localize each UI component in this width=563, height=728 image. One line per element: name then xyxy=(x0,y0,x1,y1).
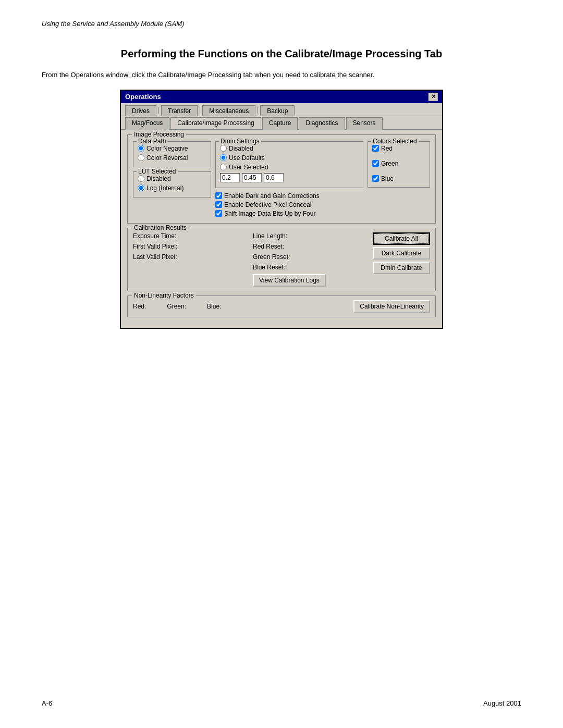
non-linearity-row: Red: Green: Blue: Calibrate Non-Linearit… xyxy=(133,300,430,313)
last-valid-pixel-field: Last Valid Pixel: xyxy=(133,253,249,261)
calibration-results-label: Calibration Results xyxy=(132,224,189,231)
dmin-settings-label: Dmin Settings xyxy=(219,138,261,145)
non-linearity-group: Non-Linearity Factors Red: Green: Blue: … xyxy=(127,295,436,317)
tab-mag-focus[interactable]: Mag/Focus xyxy=(125,117,169,130)
shift-image-data-checkbox[interactable] xyxy=(215,210,222,217)
calibration-results-content: Exposure Time: First Valid Pixel: Last V… xyxy=(133,232,430,287)
tabs-row-bottom: Mag/Focus Calibrate/Image Processing Cap… xyxy=(121,116,442,130)
exposure-time-field: Exposure Time: xyxy=(133,232,249,240)
tab-calibrate-image-processing[interactable]: Calibrate/Image Processing xyxy=(170,117,261,129)
tab-sensors[interactable]: Sensors xyxy=(346,117,383,130)
dmin-values-row xyxy=(220,173,359,182)
dmin-user-row: User Selected xyxy=(220,164,359,171)
lut-log-text: Log (Internal) xyxy=(146,184,183,192)
tab-transfer[interactable]: Transfer xyxy=(161,105,198,116)
colors-column: Colors Selected Red Green xyxy=(368,139,430,219)
dmin-disabled-text: Disabled xyxy=(229,145,253,152)
dmin-defaults-text: Use Defaults xyxy=(229,154,265,162)
tabs-row-top: Drives Transfer Miscellaneous Backup xyxy=(121,103,442,116)
line-length-field: Line Length: xyxy=(253,232,369,240)
page-header: Using the Service and Assembly Module (S… xyxy=(42,20,184,28)
dmin-value-1[interactable] xyxy=(220,173,240,182)
shift-image-data-row: Shift Image Data Bits Up by Four xyxy=(215,210,363,217)
color-negative-text: Color Negative xyxy=(146,145,188,152)
color-reversal-row: Color Reversal xyxy=(138,154,206,162)
enable-dark-gain-checkbox[interactable] xyxy=(215,192,222,199)
close-button[interactable]: ✕ xyxy=(429,93,438,101)
page-number: A-6 xyxy=(42,699,52,707)
lut-log-row: Log (Internal) xyxy=(138,184,206,192)
blue-reset-field: Blue Reset: xyxy=(253,264,369,271)
nonlin-red-label: Red: xyxy=(133,303,146,310)
dark-calibrate-button[interactable]: Dark Calibrate xyxy=(373,247,430,260)
color-green-checkbox[interactable] xyxy=(372,160,379,167)
calibrate-all-button[interactable]: Calibrate All xyxy=(373,232,430,245)
dmin-value-2[interactable] xyxy=(242,173,262,182)
dialog-titlebar: Operations ✕ xyxy=(121,91,442,103)
image-processing-label: Image Processing xyxy=(132,131,186,138)
lut-disabled-radio[interactable] xyxy=(138,175,144,182)
view-calibration-logs-button[interactable]: View Calibration Logs xyxy=(253,274,326,287)
dmin-user-radio[interactable] xyxy=(220,164,227,170)
tab-diagnostics[interactable]: Diagnostics xyxy=(299,117,345,130)
nonlin-blue-label: Blue: xyxy=(207,303,221,310)
dmin-value-3[interactable] xyxy=(264,173,284,182)
red-reset-field: Red Reset: xyxy=(253,243,369,250)
main-content: Performing the Functions on the Calibrat… xyxy=(42,47,521,329)
color-red-checkbox[interactable] xyxy=(372,145,379,152)
dmin-user-text: User Selected xyxy=(229,164,268,171)
intro-text: From the Operations window, click the Ca… xyxy=(42,70,521,80)
data-path-lut-column: Data Path Color Negative Color Reversal xyxy=(133,139,211,219)
lut-log-radio[interactable] xyxy=(138,184,144,191)
data-path-label: Data Path xyxy=(137,138,167,145)
green-reset-field: Green Reset: xyxy=(253,253,369,261)
lut-selected-label: LUT Selected xyxy=(137,168,178,175)
tab-miscellaneous[interactable]: Miscellaneous xyxy=(202,105,255,116)
dmin-disabled-row: Disabled xyxy=(220,145,359,152)
dialog-title: Operations xyxy=(125,93,161,101)
dmin-disabled-radio[interactable] xyxy=(220,145,227,152)
dmin-column: Dmin Settings Disabled Use Defaults xyxy=(215,139,363,219)
image-processing-row: Data Path Color Negative Color Reversal xyxy=(133,139,430,219)
color-negative-row: Color Negative xyxy=(138,145,206,152)
calibration-buttons: Calibrate All Dark Calibrate Dmin Calibr… xyxy=(373,232,430,287)
non-linearity-labels: Red: Green: Blue: xyxy=(133,303,221,310)
color-green-row: Green xyxy=(372,160,425,167)
non-linearity-label: Non-Linearity Factors xyxy=(132,292,196,299)
enable-dark-gain-row: Enable Dark and Gain Corrections xyxy=(215,192,363,200)
enable-defective-pixel-checkbox[interactable] xyxy=(215,201,222,208)
dmin-settings-group: Dmin Settings Disabled Use Defaults xyxy=(215,141,363,188)
color-green-text: Green xyxy=(381,160,398,167)
color-reversal-radio[interactable] xyxy=(138,154,144,161)
calibrate-non-linearity-button[interactable]: Calibrate Non-Linearity xyxy=(353,300,430,313)
colors-selected-label: Colors Selected xyxy=(371,138,419,145)
checkboxes-section: Enable Dark and Gain Corrections Enable … xyxy=(215,192,363,217)
nonlin-green-label: Green: xyxy=(167,303,186,310)
dmin-defaults-radio[interactable] xyxy=(220,154,227,161)
enable-defective-pixel-text: Enable Defective Pixel Conceal xyxy=(224,201,311,208)
color-reversal-text: Color Reversal xyxy=(146,154,188,162)
image-processing-group: Image Processing Data Path Color Negativ… xyxy=(127,134,436,224)
enable-dark-gain-text: Enable Dark and Gain Corrections xyxy=(224,192,320,200)
calibration-mid-fields: Line Length: Red Reset: Green Reset: Blu… xyxy=(253,232,369,287)
dmin-calibrate-button[interactable]: Dmin Calibrate xyxy=(373,262,430,274)
color-negative-radio[interactable] xyxy=(138,145,144,152)
enable-defective-pixel-row: Enable Defective Pixel Conceal xyxy=(215,201,363,208)
lut-selected-group: LUT Selected Disabled Log (Internal) xyxy=(133,171,211,198)
color-blue-text: Blue xyxy=(381,175,394,182)
color-blue-row: Blue xyxy=(372,175,425,182)
operations-dialog: Operations ✕ Drives Transfer Miscellaneo… xyxy=(120,90,443,329)
dmin-defaults-row: Use Defaults xyxy=(220,154,359,162)
lut-disabled-text: Disabled xyxy=(146,175,171,182)
shift-image-data-text: Shift Image Data Bits Up by Four xyxy=(224,210,315,217)
tab-backup[interactable]: Backup xyxy=(260,105,295,116)
color-red-text: Red xyxy=(381,145,393,152)
calibration-left-fields: Exposure Time: First Valid Pixel: Last V… xyxy=(133,232,249,287)
color-blue-checkbox[interactable] xyxy=(372,175,379,182)
tab-capture[interactable]: Capture xyxy=(262,117,298,130)
data-path-group: Data Path Color Negative Color Reversal xyxy=(133,141,211,167)
tab-drives[interactable]: Drives xyxy=(125,105,156,116)
lut-disabled-row: Disabled xyxy=(138,175,206,182)
dialog-body: Image Processing Data Path Color Negativ… xyxy=(121,130,442,328)
first-valid-pixel-field: First Valid Pixel: xyxy=(133,243,249,250)
